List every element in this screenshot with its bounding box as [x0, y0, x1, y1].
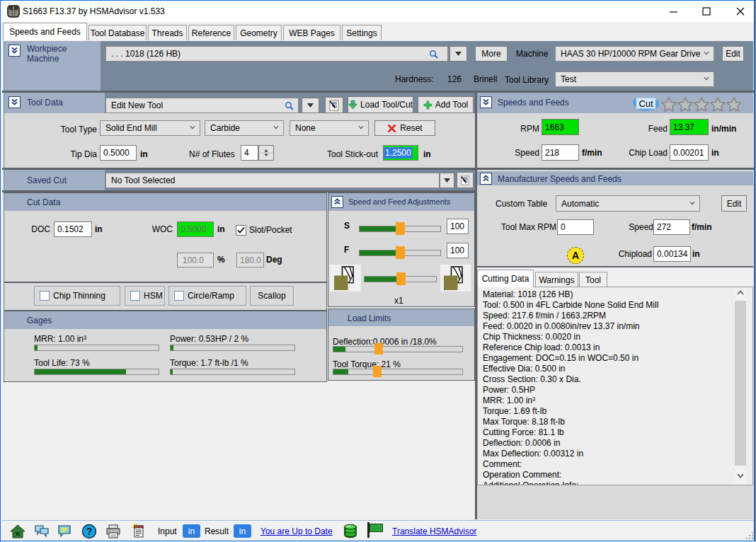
svg-text:?: ?: [86, 526, 93, 537]
svg-text:Cut: Cut: [638, 98, 653, 109]
